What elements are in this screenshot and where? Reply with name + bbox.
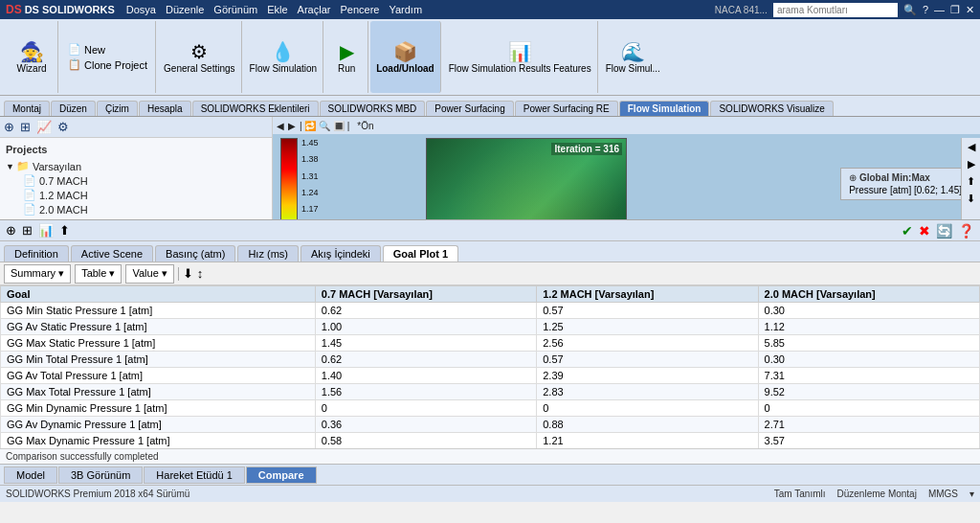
tab-sw-visualize[interactable]: SOLIDWORKS Visualize [710,101,833,116]
mach12-icon: 📄 [23,189,36,201]
status-dropdown-icon[interactable]: ▾ [969,489,974,499]
check-action[interactable]: ✔ [902,223,913,239]
new-icon: 📄 [68,43,81,56]
cfd-visualization: Iteration = 316 [426,138,627,219]
sidebar-item-07mach[interactable]: 📄 0.7 MACH [4,173,268,188]
tab-active-scene[interactable]: Active Scene [71,245,153,262]
table-area: Goal 0.7 MACH [Varsayılan] 1.2 MACH [Var… [0,285,980,448]
sidebar-compare-icon[interactable]: ⊕ [4,120,14,134]
run-label[interactable]: Run [338,63,355,74]
tab-basinc[interactable]: Basınç (atm) [155,245,235,262]
settings-icon: ⚙ [190,40,208,63]
menu-pencere[interactable]: Pencere [340,4,379,15]
ribbon-group-new: 📄 New 📋 Clone Project [60,21,156,93]
logo: DS DS SOLIDWORKS [6,3,115,16]
summary-dropdown[interactable]: Summary ▾ [4,264,71,284]
help-action[interactable]: ❓ [958,223,974,239]
menu-duzenle[interactable]: Düzenle [166,4,204,15]
right-icon-4[interactable]: ⬇ [967,193,975,205]
mach07-icon: 📄 [23,174,36,187]
close-action[interactable]: ✖ [919,223,930,239]
sidebar-item-20mach[interactable]: 📄 2.0 MACH [4,202,268,216]
run-icon: ▶ [340,40,354,63]
ribbon-group-flow2: 🌊 Flow Simul... [600,21,666,93]
viewport-nav-icon[interactable]: ◀ [277,121,284,131]
menu-dosya[interactable]: Dosya [126,4,156,15]
table-row: GG Min Total Pressure 1 [atm]0.620.570.3… [1,352,980,368]
wizard-label[interactable]: Wizard [16,63,46,74]
tab-cizim[interactable]: Çizim [97,101,138,116]
clone-icon: 📋 [68,58,81,71]
menu-araclar[interactable]: Araçlar [298,4,331,15]
refresh-action[interactable]: 🔄 [936,223,952,239]
tab-hesapla[interactable]: Hesapla [139,101,191,116]
flow2-icon: 🌊 [621,40,645,63]
table-icon-btn[interactable]: ⊞ [22,223,33,238]
tab-montaj[interactable]: Montaj [4,101,50,116]
tab-power-surfacing[interactable]: Power Surfacing [426,101,513,116]
scene-tab-compare[interactable]: Compare [246,466,317,484]
compare-icon[interactable]: ⊕ [6,223,16,238]
tree-area: Projects ▼ 📁 Varsayılan 📄 0.7 MACH 📄 1.2… [0,138,272,219]
upper-area: ⊕ ⊞ 📈 ⚙ Projects ▼ 📁 Varsayılan 📄 0.7 MA… [0,117,980,219]
clone-project-btn[interactable]: 📋 Clone Project [66,57,149,72]
tab-goal-plot[interactable]: Goal Plot 1 [383,245,458,262]
ribbon-group-run: ▶ Run [325,21,368,93]
right-icon-1[interactable]: ◀ [968,141,975,153]
tab-flow-simulation[interactable]: Flow Simulation [619,101,710,116]
mach20-icon: 📄 [23,203,36,216]
sidebar-table-icon[interactable]: ⊞ [20,120,31,134]
view-name: *Ön [357,121,373,131]
iteration-label: Iteration = 316 [551,143,622,155]
tab-duzen[interactable]: Düzen [51,101,96,116]
scene-tab-model[interactable]: Model [4,466,57,484]
sidebar-item-12mach[interactable]: 📄 1.2 MACH [4,188,268,202]
right-side-toolbar: ◀ ▶ ⬆ ⬇ [961,138,980,219]
results-label[interactable]: Flow Simulation Results Features [449,63,591,74]
search-input[interactable] [773,3,898,17]
center-viewport: ◀ ▶ | 🔁 🔍 🔳 | *Ön 1.45 1.38 1.31 1.24 1.… [273,117,980,219]
load-label[interactable]: Load/Unload [376,63,434,74]
value-dropdown[interactable]: Value ▾ [125,264,173,284]
tab-definition[interactable]: Definition [4,245,69,262]
table-dropdown[interactable]: Table ▾ [75,264,122,284]
bottom-panel: ⊕ ⊞ 📊 ⬆ ✔ ✖ 🔄 ❓ Definition Active Scene … [0,219,980,464]
tab-hiz[interactable]: Hız (ms) [237,245,299,262]
export-icon[interactable]: ⬇ [183,266,193,281]
ribbon-group-settings: ⚙ General Settings [158,21,242,93]
settings-label[interactable]: General Settings [164,63,235,74]
tab-power-surfacing-re[interactable]: Power Surfacing RE [515,101,618,116]
tab-akis[interactable]: Akış İçindeki [301,245,381,262]
scene-tab-hareket[interactable]: Hareket Etüdü 1 [144,466,245,484]
table-row: GG Max Total Pressure 1 [atm]1.562.839.5… [1,384,980,400]
minimize-icon[interactable]: — [934,4,945,15]
scene-tab-3b[interactable]: 3B Görünüm [58,466,143,484]
menu-yardim[interactable]: Yardım [389,4,422,15]
right-icon-2[interactable]: ▶ [968,158,975,171]
restore-icon[interactable]: ❐ [950,4,960,16]
sidebar-more-icon[interactable]: ⚙ [57,120,69,134]
arrow-icon-btn[interactable]: ⬆ [59,223,70,238]
flow2-label[interactable]: Flow Simul... [606,63,660,74]
tab-sw-mbd[interactable]: SOLIDWORKS MBD [320,101,426,116]
tab-sw-eklentiler[interactable]: SOLIDWORKS Eklentileri [192,101,319,116]
close-icon[interactable]: ✕ [966,4,974,16]
col-header-07mach: 0.7 MACH [Varsayılan] [315,286,536,303]
toolbar-sep [178,267,179,281]
menu-ekle[interactable]: Ekle [267,4,287,15]
right-icon-3[interactable]: ⬆ [967,175,975,188]
sort-icon[interactable]: ↕ [197,266,204,281]
scene-tabs-row: Model 3B Görünüm Hareket Etüdü 1 Compare [0,464,980,485]
search-icon[interactable]: 🔍 [903,4,917,16]
col-header-12mach: 1.2 MACH [Varsayılan] [537,286,758,303]
sidebar-chart-icon[interactable]: 📈 [36,120,52,134]
help-icon[interactable]: ? [923,4,928,15]
flow-sim-label[interactable]: Flow Simulation [250,63,318,74]
menu-goruntum[interactable]: Görünüm [213,4,257,15]
viewport-nav-right[interactable]: ▶ [288,121,296,131]
chart-icon-btn[interactable]: 📊 [38,223,54,238]
viewport-icons: | 🔁 🔍 🔳 | [300,121,349,131]
new-btn[interactable]: 📄 New [66,42,149,57]
bottom-tabs-row: Definition Active Scene Basınç (atm) Hız… [0,241,980,262]
sidebar-item-varsayilan[interactable]: ▼ 📁 Varsayılan [4,159,268,173]
